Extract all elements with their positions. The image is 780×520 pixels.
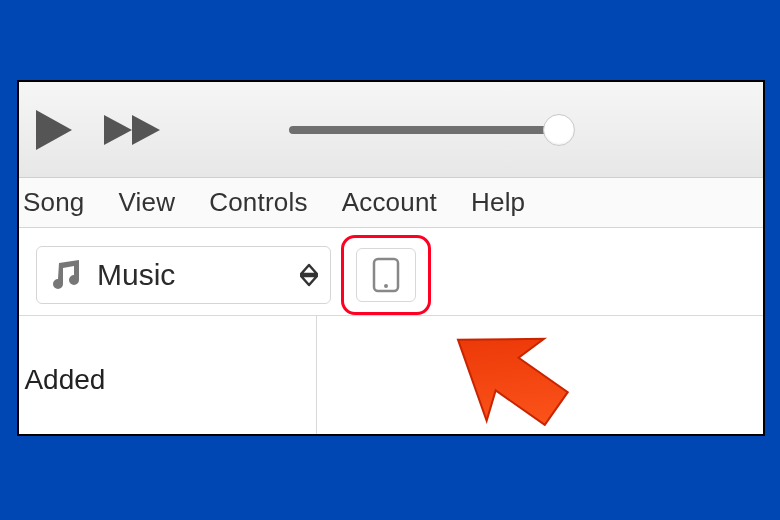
volume-slider[interactable] (289, 115, 569, 145)
menu-help[interactable]: Help (471, 187, 525, 218)
music-note-icon (49, 260, 83, 290)
svg-marker-0 (36, 110, 72, 150)
secondary-toolbar: Music (19, 228, 763, 316)
slider-track (289, 126, 569, 134)
fast-forward-button[interactable] (102, 113, 164, 147)
svg-marker-2 (132, 115, 160, 145)
menu-bar: Song View Controls Account Help (19, 178, 763, 228)
menu-view[interactable]: View (119, 187, 176, 218)
menu-controls[interactable]: Controls (209, 187, 307, 218)
svg-marker-4 (301, 276, 317, 285)
play-button[interactable] (34, 108, 74, 152)
svg-marker-1 (104, 115, 132, 145)
library-picker[interactable]: Music (36, 246, 331, 304)
menu-account[interactable]: Account (342, 187, 437, 218)
sidebar: ently Added (19, 316, 317, 434)
app-window: Song View Controls Account Help Music en… (17, 80, 765, 436)
stepper-arrows (300, 263, 318, 287)
menu-song[interactable]: Song (23, 187, 85, 218)
annotation-highlight (341, 235, 431, 315)
svg-marker-3 (301, 265, 317, 274)
chevron-down-icon (300, 275, 318, 287)
play-icon (34, 108, 74, 152)
library-picker-label: Music (97, 258, 300, 292)
fast-forward-icon (102, 113, 164, 147)
slider-thumb[interactable] (543, 114, 575, 146)
sidebar-item-recently-added[interactable]: ently Added (17, 364, 316, 396)
chevron-up-icon (300, 263, 318, 275)
playback-toolbar (19, 82, 763, 178)
